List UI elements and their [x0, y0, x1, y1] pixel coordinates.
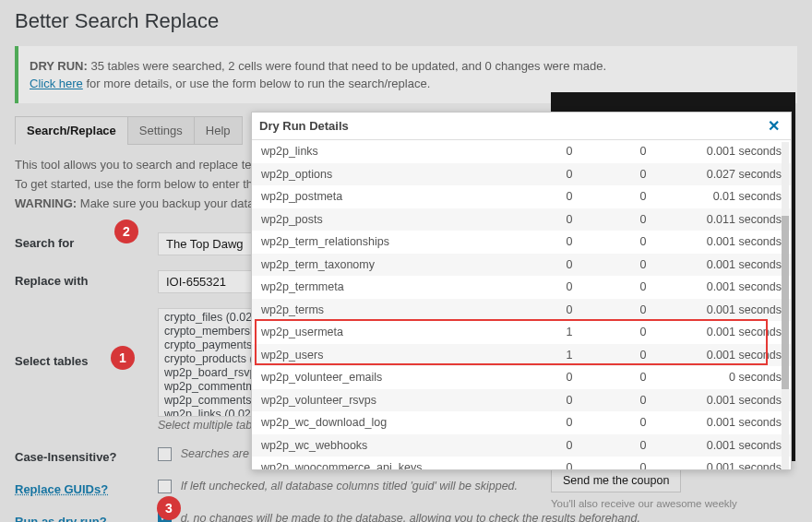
row-time: 0.011 seconds — [680, 213, 782, 226]
modal-scrollbar-thumb[interactable] — [782, 216, 789, 389]
row-time: 0.001 seconds — [680, 258, 782, 271]
row-time: 0.001 seconds — [680, 145, 782, 158]
dry-run-details-modal: Dry Run Details ✕ wp2p_links000.001 seco… — [251, 112, 792, 470]
row-time: 0.001 seconds — [680, 439, 782, 452]
row-table-name: wp2p_terms — [261, 303, 532, 316]
row-time: 0.027 seconds — [680, 168, 782, 181]
row-found-count: 0 — [532, 394, 606, 407]
modal-title: Dry Run Details — [259, 119, 349, 133]
row-time: 0.001 seconds — [680, 349, 782, 362]
row-found-count: 1 — [532, 326, 606, 338]
row-found-count: 1 — [532, 349, 606, 362]
row-updated-count: 0 — [606, 394, 680, 407]
row-found-count: 0 — [532, 190, 606, 203]
row-updated-count: 0 — [606, 461, 680, 469]
row-found-count: 0 — [532, 303, 606, 316]
table-row: wp2p_woocommerce_api_keys000.001 seconds — [252, 457, 791, 469]
table-row: wp2p_terms000.001 seconds — [252, 299, 791, 322]
row-found-count: 0 — [532, 168, 606, 181]
table-row: wp2p_postmeta000.01 seconds — [252, 185, 791, 208]
table-row: wp2p_term_taxonomy000.001 seconds — [252, 254, 791, 277]
table-row: wp2p_volunteer_emails000 seconds — [252, 366, 791, 389]
table-row: wp2p_term_relationships000.001 seconds — [252, 231, 791, 254]
row-updated-count: 0 — [606, 145, 680, 158]
annotation-badge-3: 3 — [157, 496, 181, 520]
table-row: wp2p_usermeta100.001 seconds — [252, 321, 791, 344]
row-updated-count: 0 — [606, 439, 680, 452]
table-row: wp2p_wc_webhooks000.001 seconds — [252, 434, 791, 457]
row-found-count: 0 — [532, 416, 606, 429]
table-row: wp2p_options000.027 seconds — [252, 163, 791, 186]
row-found-count: 0 — [532, 213, 606, 226]
row-table-name: wp2p_options — [261, 168, 532, 181]
table-row: wp2p_volunteer_rsvps000.001 seconds — [252, 389, 791, 412]
row-table-name: wp2p_links — [261, 145, 532, 158]
table-row: wp2p_posts000.011 seconds — [252, 208, 791, 231]
row-table-name: wp2p_wc_webhooks — [261, 439, 532, 452]
row-table-name: wp2p_termmeta — [261, 280, 532, 293]
row-found-count: 0 — [532, 461, 606, 469]
row-updated-count: 0 — [606, 303, 680, 316]
modal-close-icon[interactable]: ✕ — [764, 117, 783, 135]
row-table-name: wp2p_volunteer_rsvps — [261, 394, 532, 407]
row-table-name: wp2p_woocommerce_api_keys — [261, 461, 532, 469]
row-updated-count: 0 — [606, 326, 680, 338]
row-updated-count: 0 — [606, 280, 680, 293]
table-row: wp2p_wc_download_log000.001 seconds — [252, 411, 791, 434]
row-time: 0.001 seconds — [680, 326, 782, 338]
row-found-count: 0 — [532, 371, 606, 384]
row-time: 0 seconds — [680, 371, 782, 384]
row-found-count: 0 — [532, 235, 606, 248]
row-found-count: 0 — [532, 439, 606, 452]
table-row: wp2p_links000.001 seconds — [252, 140, 791, 163]
row-time: 0.01 seconds — [680, 190, 782, 203]
row-updated-count: 0 — [606, 235, 680, 248]
row-updated-count: 0 — [606, 258, 680, 271]
row-table-name: wp2p_postmeta — [261, 190, 532, 203]
row-updated-count: 0 — [606, 371, 680, 384]
row-time: 0.001 seconds — [680, 416, 782, 429]
row-updated-count: 0 — [606, 416, 680, 429]
annotation-badge-2: 2 — [114, 219, 138, 243]
row-time: 0.001 seconds — [680, 235, 782, 248]
table-row: wp2p_termmeta000.001 seconds — [252, 276, 791, 299]
row-found-count: 0 — [532, 258, 606, 271]
row-found-count: 0 — [532, 280, 606, 293]
row-table-name: wp2p_term_relationships — [261, 235, 532, 248]
row-time: 0.001 seconds — [680, 461, 782, 469]
table-row: wp2p_users100.001 seconds — [252, 344, 791, 367]
row-time: 0.001 seconds — [680, 280, 782, 293]
row-table-name: wp2p_usermeta — [261, 326, 532, 338]
row-table-name: wp2p_wc_download_log — [261, 416, 532, 429]
row-found-count: 0 — [532, 145, 606, 158]
row-table-name: wp2p_posts — [261, 213, 532, 226]
row-table-name: wp2p_users — [261, 349, 532, 362]
row-updated-count: 0 — [606, 168, 680, 181]
annotation-badge-1: 1 — [111, 346, 135, 370]
row-updated-count: 0 — [606, 349, 680, 362]
row-time: 0.001 seconds — [680, 303, 782, 316]
row-table-name: wp2p_volunteer_emails — [261, 371, 532, 384]
row-updated-count: 0 — [606, 213, 680, 226]
row-table-name: wp2p_term_taxonomy — [261, 258, 532, 271]
row-updated-count: 0 — [606, 190, 680, 203]
row-time: 0.001 seconds — [680, 394, 782, 407]
